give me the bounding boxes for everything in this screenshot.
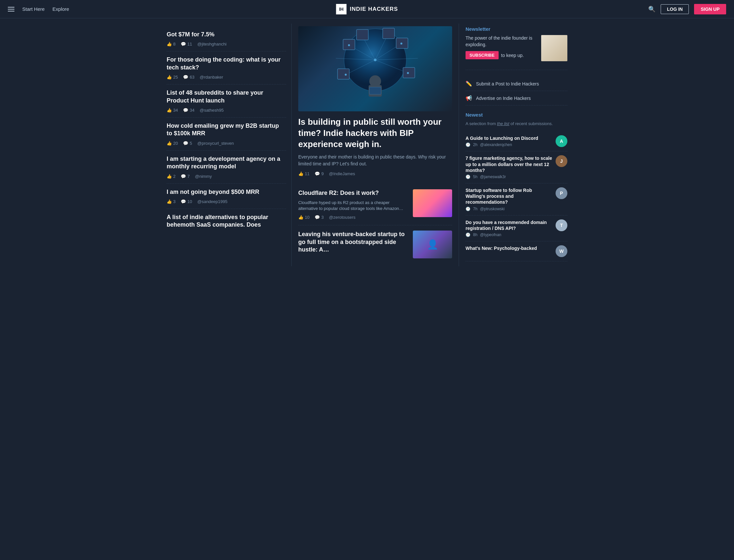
article-likes: 👍 10 xyxy=(298,215,310,220)
main-container: Got $7M for 7.5% 👍 8 💬 11 @jiteshghanchi… xyxy=(164,18,570,271)
left-post-item[interactable]: Got $7M for 7.5% 👍 8 💬 11 @jiteshghanchi xyxy=(167,26,286,51)
article-excerpt: Cloudflare hyped up its R2 product as a … xyxy=(298,200,407,212)
newest-item-time: 2h xyxy=(473,142,477,147)
post-username[interactable]: @sandeep1995 xyxy=(198,199,228,204)
newest-item-username[interactable]: @alexanderqchen xyxy=(480,142,512,147)
newest-item-username[interactable]: @jameswalk3r xyxy=(480,175,506,179)
nav-explore[interactable]: Explore xyxy=(52,6,69,12)
user-avatar: W xyxy=(555,245,567,257)
svg-rect-15 xyxy=(383,28,394,39)
article-text: Leaving his venture-backed startup to go… xyxy=(298,231,407,258)
svg-point-20 xyxy=(348,44,350,46)
subscribe-text: to keep up. xyxy=(501,53,524,58)
featured-post-title[interactable]: Is building in public still worth your t… xyxy=(298,117,452,150)
post-username[interactable]: @proxycurl_steven xyxy=(198,141,234,146)
svg-point-22 xyxy=(407,72,409,74)
header-right: 🔍 LOG IN SIGN UP xyxy=(367,4,726,14)
article-title: Cloudflare R2: Does it work? xyxy=(298,189,407,197)
post-comments: 💬 11 xyxy=(181,42,192,47)
newest-item-meta: 🕐 8h @typeofnan xyxy=(465,233,552,237)
comment-icon: 💬 xyxy=(181,42,186,47)
svg-rect-18 xyxy=(369,87,381,94)
newest-item[interactable]: What's New: Psychology-backed W xyxy=(465,241,567,261)
sidebar-link-label: Submit a Post to Indie Hackers xyxy=(476,81,539,86)
link-icon: 📢 xyxy=(465,95,472,101)
left-post-item[interactable]: I am starting a development agency on a … xyxy=(167,151,286,184)
newest-item-meta: 🕐 7h @ptruskowski xyxy=(465,207,552,211)
left-post-title: A list of indie alternatives to popular … xyxy=(167,214,286,229)
user-avatar: P xyxy=(555,187,567,199)
logo-box[interactable]: IH xyxy=(336,4,347,14)
newsletter-desc: The power of the indie founder is explod… xyxy=(465,35,537,48)
article-thumbnail: 👤 xyxy=(413,231,452,258)
newest-item-content: Startup software to follow Rob Walling's… xyxy=(465,187,552,211)
newest-item-username[interactable]: @typeofnan xyxy=(480,233,501,237)
newest-item-title: A Guide to Launching on Discord xyxy=(465,135,552,141)
left-post-item[interactable]: A list of indie alternatives to popular … xyxy=(167,209,286,237)
thumbs-up-icon: 👍 xyxy=(167,199,172,204)
comment-icon: 💬 xyxy=(315,171,320,176)
article-row[interactable]: Cloudflare R2: Does it work? Cloudflare … xyxy=(298,184,452,225)
newest-section: Newest A selection from the list of rece… xyxy=(465,112,567,261)
sidebar-link-1[interactable]: 📢 Advertise on Indie Hackers xyxy=(465,91,567,105)
search-button[interactable]: 🔍 xyxy=(648,6,655,13)
post-comments: 💬 63 xyxy=(183,75,194,80)
comment-icon: 💬 xyxy=(183,75,188,80)
thumbs-up-icon: 👍 xyxy=(167,108,172,113)
newest-item-time: 7h xyxy=(473,207,477,211)
header-nav: Start Here Explore xyxy=(22,6,76,12)
sidebar-link-label: Advertise on Indie Hackers xyxy=(476,96,531,101)
signup-button[interactable]: SIGN UP xyxy=(694,4,726,14)
subscribe-button[interactable]: SUBSCRIBE xyxy=(465,51,499,59)
site-title: INDIE HACKERS xyxy=(350,6,398,12)
post-username[interactable]: @rdanbaker xyxy=(200,75,223,80)
left-post-item[interactable]: I am not going beyond $500 MRR 👍 3 💬 10 … xyxy=(167,184,286,209)
clock-icon: 🕐 xyxy=(465,142,470,147)
post-likes: 👍 2 xyxy=(167,174,176,179)
article-text: Cloudflare R2: Does it work? Cloudflare … xyxy=(298,189,407,220)
left-post-item[interactable]: For those doing the coding: what is your… xyxy=(167,51,286,84)
newest-item-content: What's New: Psychology-backed xyxy=(465,245,552,252)
newest-item[interactable]: 7 figure marketing agency, how to scale … xyxy=(465,151,567,183)
post-username[interactable]: @jiteshghanchi xyxy=(198,42,227,47)
subscribe-row: SUBSCRIBE to keep up. xyxy=(465,51,537,59)
newest-item[interactable]: Startup software to follow Rob Walling's… xyxy=(465,183,567,215)
thumbs-up-icon: 👍 xyxy=(167,42,172,47)
left-post-item[interactable]: How cold emailing grew my B2B startup to… xyxy=(167,118,286,151)
user-avatar: T xyxy=(555,219,567,231)
newest-item-username[interactable]: @ptruskowski xyxy=(480,207,504,211)
newest-item-content: 7 figure marketing agency, how to scale … xyxy=(465,155,552,179)
link-icon: ✏️ xyxy=(465,81,472,87)
post-likes: 👍 8 xyxy=(167,42,176,47)
newest-item[interactable]: A Guide to Launching on Discord 🕐 2h @al… xyxy=(465,131,567,151)
newest-item-time: 8h xyxy=(473,233,477,237)
sidebar-link-0[interactable]: ✏️ Submit a Post to Indie Hackers xyxy=(465,77,567,91)
featured-post: Is building in public still worth your t… xyxy=(298,26,452,176)
newest-item-title: Startup software to follow Rob Walling's… xyxy=(465,187,552,205)
post-username[interactable]: @sathesh95 xyxy=(200,108,224,113)
nav-start-here[interactable]: Start Here xyxy=(22,6,45,12)
post-likes: 👍 20 xyxy=(167,141,178,146)
article-username[interactable]: @zerotousers xyxy=(329,215,356,220)
newest-item-meta: 🕐 2h @alexanderqchen xyxy=(465,142,552,147)
clock-icon: 🕐 xyxy=(465,233,470,237)
left-post-item[interactable]: List of 48 subreddits to share your Prod… xyxy=(167,84,286,118)
header: Start Here Explore IH INDIE HACKERS 🔍 LO… xyxy=(0,0,734,18)
article-thumbnail xyxy=(413,189,452,217)
post-username[interactable]: @nimmy xyxy=(195,174,212,179)
article-row[interactable]: Leaving his venture-backed startup to go… xyxy=(298,225,452,264)
newest-item[interactable]: Do you have a recommended domain registr… xyxy=(465,215,567,241)
newest-item-content: A Guide to Launching on Discord 🕐 2h @al… xyxy=(465,135,552,147)
hamburger-menu[interactable] xyxy=(8,7,14,11)
newest-item-title: Do you have a recommended domain registr… xyxy=(465,219,552,231)
logo-text: IH xyxy=(339,7,344,12)
featured-username[interactable]: @IndieJames xyxy=(329,171,355,176)
login-button[interactable]: LOG IN xyxy=(661,4,689,14)
articles-list: Cloudflare R2: Does it work? Cloudflare … xyxy=(298,184,452,264)
featured-post-excerpt: Everyone and their mother is building in… xyxy=(298,154,452,167)
newest-section-title: Newest xyxy=(465,112,567,118)
article-meta: 👍 10 💬 3 @zerotousers xyxy=(298,215,407,220)
header-center: IH INDIE HACKERS xyxy=(336,4,398,14)
featured-post-meta: 👍 11 💬 9 @IndieJames xyxy=(298,171,452,176)
thumbs-up-icon: 👍 xyxy=(298,215,304,220)
